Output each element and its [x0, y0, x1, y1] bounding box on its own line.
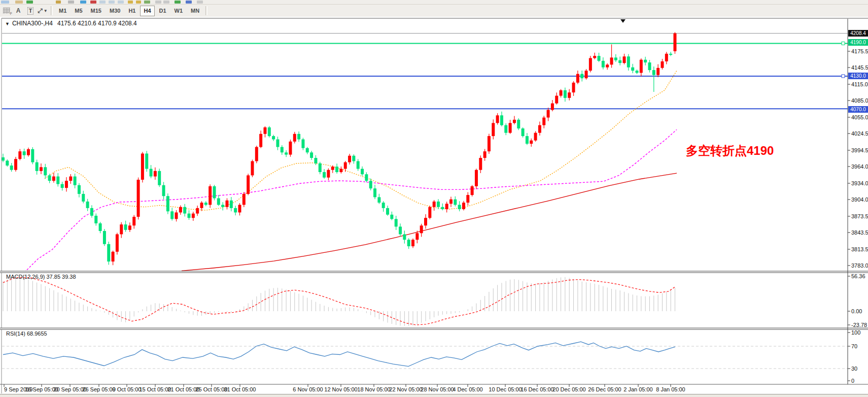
- price-badge: 4208.4: [848, 30, 868, 37]
- price-axis-label: 3904.0: [851, 196, 868, 203]
- price-badge: 4130.0: [848, 73, 868, 79]
- time-axis-label: 28 Nov 05:00: [421, 386, 454, 392]
- time-axis-label: 18 Nov 05:00: [357, 386, 390, 392]
- rsi-axis-label: 70: [851, 343, 857, 349]
- status-bar: [0, 394, 868, 397]
- time-axis-label: 20 Sep 05:00: [53, 386, 86, 392]
- price-axis-label: 4055.0: [851, 114, 868, 120]
- time-axis-label: 12 Nov 05:00: [324, 386, 357, 392]
- price-axis-label: 3964.0: [851, 163, 868, 170]
- time-axis-label: 25 Oct 05:00: [196, 386, 228, 392]
- rsi-axis-label: 30: [851, 366, 857, 372]
- rsi-axis-label: 100: [851, 329, 860, 336]
- price-axis-label: 3843.5: [851, 229, 868, 236]
- macd-axis-label: 56.36: [851, 273, 865, 279]
- time-axis-label: 22 Nov 05:00: [389, 386, 422, 392]
- macd-axis-label: 0.00: [851, 308, 862, 314]
- time-axis-label: 6 Nov 05:00: [293, 386, 323, 392]
- time-axis-label: 15 Oct 05:00: [140, 386, 171, 392]
- macd-indicator-label: MACD(12,26,9) 37.85 39.38: [6, 274, 76, 280]
- macd-axis-label: -23.78: [851, 322, 867, 328]
- time-axis-label: 21 Oct 05:00: [168, 386, 200, 392]
- ohlc-readout: 4175.6 4210.6 4170.9 4208.4: [57, 20, 137, 27]
- price-axis-label: 4024.5: [851, 130, 868, 137]
- price-badge: 4070.0: [848, 106, 868, 113]
- time-axis-label: 31 Oct 05:00: [224, 386, 256, 392]
- chart-text-annotation[interactable]: 多空转折点4190: [686, 143, 774, 159]
- price-axis-label: 3994.5: [851, 147, 868, 153]
- time-axis-label: 20 Dec 05:00: [552, 386, 585, 392]
- symbol-timeframe: CHINA300-,H4: [12, 20, 53, 27]
- price-axis-label: 3813.5: [851, 246, 868, 252]
- time-axis-label: 9 Oct 05:00: [113, 386, 142, 392]
- price-axis-label: 4085.0: [851, 97, 868, 104]
- chart-menu-triangle-icon[interactable]: ▼: [5, 21, 10, 26]
- price-badge: 4190.0: [848, 39, 868, 46]
- time-axis-label: 16 Dec 05:00: [520, 386, 553, 392]
- time-axis-label: 26 Sep 05:00: [82, 386, 115, 392]
- price-axis-label: 3934.0: [851, 180, 868, 186]
- rsi-axis-label: 0: [851, 378, 854, 384]
- time-axis-label: 10 Dec 05:00: [489, 386, 522, 392]
- price-axis-label: 3873.5: [851, 213, 868, 219]
- time-axis-label: 4 Dec 05:00: [453, 386, 482, 392]
- chart-canvas[interactable]: [0, 0, 868, 397]
- price-axis-label: 4145.5: [851, 64, 868, 71]
- time-axis-label: 8 Jan 05:00: [656, 386, 685, 392]
- time-axis-label: 26 Dec 05:00: [588, 386, 621, 392]
- price-axis-label: 3783.0: [851, 262, 868, 269]
- price-axis-label: 4175.5: [851, 48, 868, 54]
- chart-title: ▼CHINA300-,H44175.6 4210.6 4170.9 4208.4: [5, 20, 137, 27]
- mt4-window: F A T ⤢ ▼ M1 M5 M15 M30 H1 H4 D1 W1 MN ▼…: [0, 0, 868, 397]
- time-axis-label: 2 Jan 05:00: [623, 386, 653, 392]
- price-axis-label: 4115.0: [851, 81, 868, 87]
- rsi-indicator-label: RSI(14) 68.9655: [6, 330, 47, 337]
